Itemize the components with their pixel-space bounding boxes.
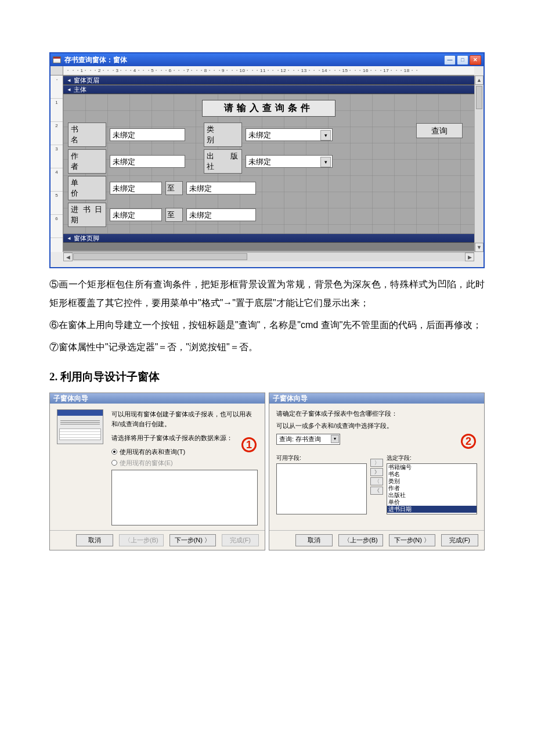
move-all-right-button[interactable]: 》	[370, 468, 383, 476]
subform-wizard-step2: 子窗体向导 请确定在子窗体或子报表中包含哪些字段： 可以从一或多个表和/或查询中…	[269, 393, 485, 550]
wizard-preview-pane	[57, 409, 103, 525]
wizard1-footer: 取消 〈上一步(B) 下一步(N) 〉 完成(F)	[50, 530, 265, 550]
publisher-combobox[interactable]: 未绑定	[246, 155, 333, 168]
radio-use-tables-queries[interactable]: 使用现有的表和查询(T)	[111, 448, 258, 456]
annotation-marker-2: 2	[461, 434, 476, 449]
date-to-input[interactable]: 未绑定	[186, 208, 256, 221]
cancel-button[interactable]: 取消	[295, 534, 333, 546]
list-item[interactable]: 作者	[387, 485, 477, 492]
window-titlebar: 存书查询窗体：窗体 — □ ✕	[50, 53, 484, 66]
date-label[interactable]: 进书日期	[68, 203, 106, 227]
detail-section: 请输入查询条件 书 名 未绑定 类 别 未绑定 作 者 未绑定 出 版 社 未绑…	[63, 94, 474, 233]
annotation-marker-1: 1	[241, 437, 257, 452]
cancel-button[interactable]: 取消	[76, 534, 113, 546]
scroll-thumb-h[interactable]	[73, 253, 247, 260]
form-designer-body: ・・・1・・・2・・・3・・・4・・・5・・・6・・・7・・・8・・・9・・・1…	[50, 66, 484, 267]
wizard1-desc2: 请选择将用于子窗体或子报表的数据来源：	[111, 433, 258, 443]
wizard-preview-icon	[57, 409, 103, 444]
category-label[interactable]: 类 别	[204, 123, 242, 147]
radio-label-forms: 使用现有的窗体(E)	[120, 459, 173, 467]
price-to-input[interactable]: 未绑定	[186, 182, 256, 195]
wizard1-title: 子窗体向导	[50, 393, 265, 404]
wizard-row: 子窗体向导 可以用现有窗体创建子窗体或子报表，也可以用表和/或查询自行创建。 请…	[49, 393, 485, 550]
form-footer-bar[interactable]: 窗体页脚	[63, 233, 474, 243]
author-input[interactable]: 未绑定	[110, 155, 185, 168]
paragraph-6: ⑥在窗体上用向导建立一个按钮，按钮标题是"查询"，名称是"cmd 查询"先不管里…	[49, 316, 485, 334]
list-item[interactable]: 单价	[387, 499, 477, 506]
close-button[interactable]: ✕	[470, 55, 481, 65]
radio-label-tables: 使用现有的表和查询(T)	[120, 448, 185, 456]
book-name-input[interactable]: 未绑定	[110, 128, 185, 141]
heading-label[interactable]: 请输入查询条件	[202, 100, 335, 117]
form-designer-window: 存书查询窗体：窗体 — □ ✕ ・・・1・・・2・・・3・・・4・・・5・・・6…	[49, 52, 485, 268]
price-to-label[interactable]: 至	[165, 181, 183, 195]
scroll-thumb-v[interactable]	[476, 86, 482, 109]
back-button: 〈上一步(B)	[119, 534, 164, 546]
radio-use-existing-form[interactable]: 使用现有的窗体(E)	[111, 459, 258, 467]
scroll-down-icon[interactable]: ▼	[475, 243, 484, 252]
publisher-label[interactable]: 出 版 社	[204, 149, 242, 174]
radio-on-icon	[111, 449, 117, 455]
move-right-button[interactable]: 〉	[370, 459, 383, 467]
subform-wizard-step1: 子窗体向导 可以用现有窗体创建子窗体或子报表，也可以用表和/或查询自行创建。 请…	[49, 393, 265, 550]
move-all-left-button[interactable]: 《	[370, 487, 383, 495]
heading-2: 2. 利用向导设计子窗体	[49, 369, 485, 384]
price-label[interactable]: 单 价	[68, 176, 106, 200]
category-combobox[interactable]: 未绑定	[246, 128, 333, 141]
wizard2-desc2: 可以从一或多个表和/或查询中选择字段。	[276, 422, 477, 430]
form-detail-bar[interactable]: 主体	[63, 85, 474, 94]
table-query-select[interactable]: 查询: 存书查询	[276, 434, 340, 445]
list-item[interactable]: 书名	[387, 471, 477, 478]
paragraph-5: ⑤画一个矩形框包住所有查询条件，把矩形框背景设置为常规，背景色为深灰色，特殊样式…	[49, 275, 485, 312]
form-icon	[53, 56, 61, 63]
list-item[interactable]: 类别	[387, 478, 477, 485]
existing-forms-listbox	[111, 470, 258, 525]
available-fields-label: 可用字段:	[276, 454, 367, 462]
list-item[interactable]: 进书日期	[387, 506, 477, 513]
scroll-up-icon[interactable]: ▲	[475, 75, 484, 85]
price-from-input[interactable]: 未绑定	[110, 182, 162, 195]
minimize-button[interactable]: —	[444, 55, 456, 65]
ruler-vertical: ・123456	[50, 75, 63, 252]
available-fields-listbox[interactable]	[276, 463, 367, 514]
wizard1-desc1: 可以用现有窗体创建子窗体或子报表，也可以用表和/或查询自行创建。	[111, 409, 258, 429]
finish-button: 完成(F)	[222, 534, 259, 546]
footer-section	[63, 243, 474, 251]
book-name-label[interactable]: 书 名	[68, 123, 106, 147]
form-design-surface[interactable]: 窗体页眉 主体 请输入查询条件 书 名 未绑定 类 别 未绑定 作 者 未绑	[63, 75, 474, 252]
ruler-corner	[50, 66, 63, 75]
list-item[interactable]: 书籍编号	[387, 464, 477, 471]
ruler-horizontal: ・・・1・・・2・・・3・・・4・・・5・・・6・・・7・・・8・・・9・・・1…	[63, 66, 474, 75]
date-to-label[interactable]: 至	[165, 208, 183, 222]
form-header-bar[interactable]: 窗体页眉	[63, 75, 474, 85]
move-left-button[interactable]: 〈	[370, 477, 383, 485]
list-item[interactable]: 出版社	[387, 492, 477, 499]
maximize-button[interactable]: □	[457, 55, 468, 65]
selected-fields-listbox[interactable]: 书籍编号 书名 类别 作者 出版社 单价 进书日期	[387, 463, 477, 514]
scroll-left-icon[interactable]: ◀	[63, 253, 73, 261]
wizard2-footer: 取消 〈上一步(B) 下一步(N) 〉 完成(F)	[269, 530, 484, 550]
date-from-input[interactable]: 未绑定	[110, 208, 162, 221]
window-title: 存书查询窗体：窗体	[64, 55, 127, 65]
author-label[interactable]: 作 者	[68, 149, 106, 174]
wizard2-title: 子窗体向导	[269, 393, 484, 404]
vertical-scrollbar[interactable]: ▲ ▼	[474, 75, 484, 252]
next-button[interactable]: 下一步(N) 〉	[169, 534, 216, 546]
horizontal-scrollbar[interactable]: ◀ ▶	[63, 252, 474, 261]
radio-off-icon	[111, 460, 117, 466]
query-button[interactable]: 查询	[416, 123, 463, 138]
finish-button[interactable]: 完成(F)	[441, 534, 478, 546]
document-body: ⑤画一个矩形框包住所有查询条件，把矩形框背景设置为常规，背景色为深灰色，特殊样式…	[49, 275, 485, 357]
next-button[interactable]: 下一步(N) 〉	[389, 534, 435, 546]
scroll-right-icon[interactable]: ▶	[465, 253, 474, 261]
paragraph-7: ⑦窗体属性中"记录选定器"＝否，"浏览按钮"＝否。	[49, 338, 485, 357]
selected-fields-label: 选定字段:	[387, 454, 477, 462]
wizard2-desc1: 请确定在子窗体或子报表中包含哪些字段：	[276, 409, 477, 418]
back-button[interactable]: 〈上一步(B)	[338, 534, 383, 546]
